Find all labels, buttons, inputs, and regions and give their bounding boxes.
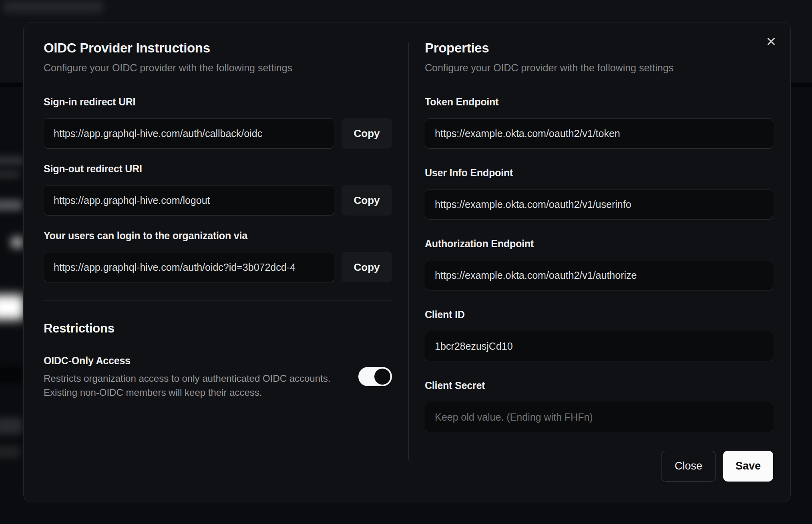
copy-sign-out-uri-button[interactable]: Copy xyxy=(342,185,392,216)
token-endpoint-field: Token Endpoint xyxy=(425,96,773,149)
sign-in-redirect-input[interactable] xyxy=(44,118,334,149)
description-line-2: Existing non-OIDC members will keep thei… xyxy=(44,387,262,398)
oidc-only-access-text: OIDC-Only Access Restricts organization … xyxy=(44,355,330,399)
user-info-endpoint-field: User Info Endpoint xyxy=(425,167,773,220)
instructions-title: OIDC Provider Instructions xyxy=(44,40,392,56)
organization-login-input[interactable] xyxy=(44,252,334,282)
instructions-panel: OIDC Provider Instructions Configure you… xyxy=(44,40,392,399)
client-id-field: Client ID xyxy=(425,309,773,361)
client-secret-label: Client Secret xyxy=(425,380,773,391)
copy-sign-in-uri-button[interactable]: Copy xyxy=(342,118,392,149)
instructions-subtitle: Configure your OIDC provider with the fo… xyxy=(44,62,392,74)
client-secret-input[interactable] xyxy=(425,402,773,432)
organization-login-label: Your users can login to the organization… xyxy=(44,230,392,242)
client-secret-field: Client Secret xyxy=(425,380,773,432)
background-blur-artifact xyxy=(11,237,23,248)
background-blur-logo xyxy=(3,1,103,13)
sign-out-redirect-input[interactable] xyxy=(44,185,334,216)
user-info-endpoint-input[interactable] xyxy=(425,189,773,220)
properties-title: Properties xyxy=(425,40,773,56)
background-blur-artifact xyxy=(0,417,22,434)
properties-panel: Properties Configure your OIDC provider … xyxy=(425,40,773,482)
horizontal-divider xyxy=(44,300,392,300)
save-button[interactable]: Save xyxy=(723,451,773,482)
background-blur-artifact xyxy=(0,367,24,383)
token-endpoint-label: Token Endpoint xyxy=(425,96,773,108)
restrictions-title: Restrictions xyxy=(44,321,392,336)
background-blur-artifact xyxy=(0,445,20,458)
sign-out-redirect-label: Sign-out redirect URI xyxy=(44,163,392,175)
background-blur-highlight xyxy=(0,295,24,320)
oidc-settings-dialog: ✕ OIDC Provider Instructions Configure y… xyxy=(23,22,791,502)
dialog-actions: Close Save xyxy=(425,451,773,482)
authorization-endpoint-field: Authorization Endpoint xyxy=(425,238,773,290)
oidc-only-access-label: OIDC-Only Access xyxy=(44,355,330,367)
description-line-1: Restricts organization access to only au… xyxy=(44,373,330,384)
authorization-endpoint-label: Authorization Endpoint xyxy=(425,238,773,250)
background-blur-artifact xyxy=(0,156,24,165)
oidc-only-access-row: OIDC-Only Access Restricts organization … xyxy=(44,355,392,399)
sign-out-redirect-field: Sign-out redirect URI Copy xyxy=(44,163,392,216)
background-blur-artifact xyxy=(0,200,22,211)
vertical-divider xyxy=(408,42,409,460)
oidc-only-access-description: Restricts organization access to only au… xyxy=(44,371,330,399)
client-id-label: Client ID xyxy=(425,309,773,320)
close-button[interactable]: Close xyxy=(661,451,716,482)
organization-login-field: Your users can login to the organization… xyxy=(44,230,392,282)
copy-login-url-button[interactable]: Copy xyxy=(342,252,392,282)
authorization-endpoint-input[interactable] xyxy=(425,260,773,290)
properties-subtitle: Configure your OIDC provider with the fo… xyxy=(425,62,773,74)
sign-in-redirect-field: Sign-in redirect URI Copy xyxy=(44,96,392,149)
toggle-thumb-icon xyxy=(374,369,390,385)
background-blur-artifact xyxy=(0,171,20,178)
client-id-input[interactable] xyxy=(425,331,773,361)
token-endpoint-input[interactable] xyxy=(425,118,773,149)
oidc-only-access-toggle[interactable] xyxy=(358,367,392,386)
sign-in-redirect-label: Sign-in redirect URI xyxy=(44,96,392,108)
user-info-endpoint-label: User Info Endpoint xyxy=(425,167,773,179)
